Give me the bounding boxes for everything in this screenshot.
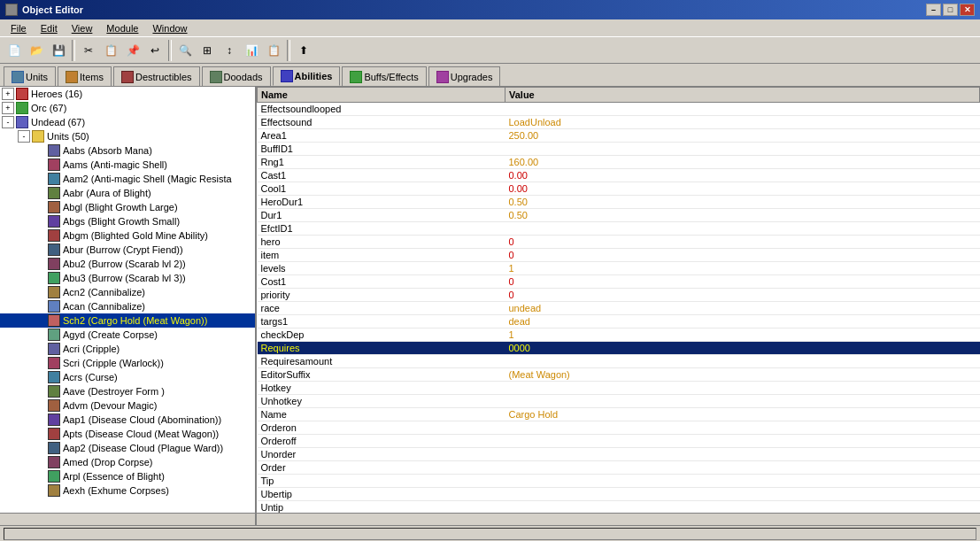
- maximize-button[interactable]: □: [943, 4, 958, 16]
- table-row[interactable]: Area1250.00: [258, 129, 980, 143]
- table-row[interactable]: BuffID1: [258, 143, 980, 156]
- tree-item[interactable]: Abgs (Blight Growth Small): [0, 214, 255, 228]
- menu-window[interactable]: Window: [145, 21, 194, 35]
- tree-item[interactable]: Arpl (Essence of Blight): [0, 469, 255, 483]
- toolbar-filter[interactable]: ⊞: [197, 40, 218, 61]
- tree-item[interactable]: +Heroes (16): [0, 87, 255, 101]
- table-row[interactable]: targs1dead: [258, 315, 980, 328]
- tree-expander[interactable]: -: [2, 116, 14, 128]
- toolbar-copy[interactable]: 📋: [100, 40, 121, 61]
- toolbar-paste[interactable]: 📌: [122, 40, 143, 61]
- table-row[interactable]: NameCargo Hold: [258, 408, 980, 421]
- table-row[interactable]: Requires0000: [258, 342, 980, 355]
- toolbar-export[interactable]: ⬆: [293, 40, 314, 61]
- tab-upgrades[interactable]: Upgrades: [428, 66, 501, 86]
- table-row[interactable]: Cast10.00: [258, 169, 980, 182]
- tab-destructibles[interactable]: Destructibles: [113, 66, 200, 86]
- table-row[interactable]: Order: [258, 461, 980, 475]
- tree-item[interactable]: Acn2 (Cannibalize): [0, 285, 255, 299]
- props-hscroll[interactable]: [257, 513, 980, 525]
- tab-units[interactable]: Units: [4, 66, 56, 86]
- tree-item[interactable]: Scri (Cripple (Warlock)): [0, 356, 255, 370]
- table-row[interactable]: checkDep1: [258, 328, 980, 342]
- tab-items[interactable]: Items: [58, 66, 112, 86]
- tab-doodads[interactable]: Doodads: [202, 66, 271, 86]
- tab-abilities[interactable]: Abilities: [273, 66, 341, 86]
- tree-expander[interactable]: +: [2, 102, 14, 114]
- tree-item[interactable]: Apts (Disease Cloud (Meat Wagon)): [0, 427, 255, 441]
- table-row[interactable]: Requiresamount: [258, 355, 980, 368]
- table-row[interactable]: Hotkey: [258, 382, 980, 395]
- tree-item[interactable]: Abgl (Blight Growth Large): [0, 200, 255, 214]
- toolbar-open[interactable]: 📂: [26, 40, 47, 61]
- table-row[interactable]: priority0: [258, 289, 980, 302]
- toolbar-new[interactable]: 📄: [4, 40, 25, 61]
- table-row[interactable]: EditorSuffix(Meat Wagon): [258, 368, 980, 382]
- table-row[interactable]: Orderon: [258, 421, 980, 435]
- tree-item[interactable]: +Orc (67): [0, 101, 255, 115]
- tree-item[interactable]: Abur (Burrow (Crypt Fiend)): [0, 243, 255, 257]
- prop-value: 1: [505, 262, 980, 275]
- table-row[interactable]: EfctID1: [258, 222, 980, 236]
- menu-edit[interactable]: Edit: [34, 21, 65, 35]
- table-row[interactable]: Orderoff: [258, 435, 980, 448]
- toolbar-cut[interactable]: ✂: [78, 40, 99, 61]
- tree-item[interactable]: Advm (Devour Magic): [0, 398, 255, 413]
- menu-view[interactable]: View: [65, 21, 100, 35]
- table-row[interactable]: EffectsoundLoadUnload: [258, 116, 980, 129]
- table-row[interactable]: levels1: [258, 262, 980, 275]
- tree-item[interactable]: Amed (Drop Corpse): [0, 455, 255, 469]
- prop-value: 0.50: [505, 209, 980, 222]
- tree-item[interactable]: Acrs (Curse): [0, 370, 255, 384]
- tree-item[interactable]: Aap1 (Disease Cloud (Abomination)): [0, 413, 255, 427]
- minimize-button[interactable]: –: [926, 4, 941, 16]
- tree-item[interactable]: Abgm (Blighted Gold Mine Ability): [0, 228, 255, 243]
- tree-item[interactable]: Agyd (Create Corpse): [0, 328, 255, 342]
- tree-item[interactable]: Aabr (Aura of Blight): [0, 186, 255, 200]
- table-row[interactable]: hero0: [258, 236, 980, 249]
- tree-item[interactable]: Abu3 (Burrow (Scarab lvl 3)): [0, 271, 255, 285]
- table-row[interactable]: Rng1160.00: [258, 156, 980, 169]
- tree-expander[interactable]: +: [2, 88, 14, 100]
- tree-item[interactable]: Aabs (Absorb Mana): [0, 143, 255, 158]
- table-row[interactable]: Cool10.00: [258, 182, 980, 196]
- tree-item-label: Acan (Cannibalize): [63, 301, 145, 312]
- tree-item[interactable]: Aams (Anti-magic Shell): [0, 158, 255, 172]
- tree-item-icon: [48, 328, 60, 341]
- tree-item[interactable]: Acri (Cripple): [0, 342, 255, 356]
- menu-module[interactable]: Module: [99, 21, 145, 35]
- table-row[interactable]: Tip: [258, 475, 980, 488]
- toolbar-view1[interactable]: 📊: [241, 40, 262, 61]
- tree-item[interactable]: Abu2 (Burrow (Scarab lvl 2)): [0, 257, 255, 271]
- table-row[interactable]: Effectsoundlooped: [258, 103, 980, 116]
- toolbar-sort[interactable]: ↕: [219, 40, 240, 61]
- table-row[interactable]: Unorder: [258, 448, 980, 461]
- properties-table[interactable]: Name Value EffectsoundloopedEffectsoundL…: [257, 87, 980, 513]
- tree-item[interactable]: Aave (Destroyer Form ): [0, 384, 255, 398]
- table-row[interactable]: Cost10: [258, 275, 980, 289]
- tab-buffs[interactable]: Buffs/Effects: [342, 66, 426, 86]
- table-row[interactable]: item0: [258, 249, 980, 262]
- tree-container[interactable]: +Heroes (16)+Orc (67)-Undead (67)-Units …: [0, 87, 255, 513]
- tree-expander[interactable]: -: [18, 130, 30, 143]
- table-row[interactable]: Dur10.50: [258, 209, 980, 222]
- tree-hscroll[interactable]: [0, 513, 255, 525]
- table-row[interactable]: HeroDur10.50: [258, 196, 980, 209]
- tree-item[interactable]: Aexh (Exhume Corpses): [0, 483, 255, 498]
- toolbar-undo[interactable]: ↩: [144, 40, 166, 61]
- table-row[interactable]: Ubertip: [258, 488, 980, 501]
- close-button[interactable]: ✕: [960, 4, 975, 16]
- menu-file[interactable]: File: [4, 21, 34, 35]
- tree-item[interactable]: Acan (Cannibalize): [0, 299, 255, 313]
- table-row[interactable]: Untip: [258, 501, 980, 514]
- tree-item[interactable]: Aam2 (Anti-magic Shell (Magic Resista: [0, 172, 255, 186]
- tree-item[interactable]: -Units (50): [0, 129, 255, 143]
- tree-item[interactable]: Sch2 (Cargo Hold (Meat Wagon)): [0, 313, 255, 328]
- tree-item[interactable]: Aap2 (Disease Cloud (Plague Ward)): [0, 441, 255, 455]
- toolbar-search[interactable]: 🔍: [174, 40, 196, 61]
- table-row[interactable]: Unhotkey: [258, 395, 980, 408]
- toolbar-save[interactable]: 💾: [48, 40, 69, 61]
- toolbar-view2[interactable]: 📋: [263, 40, 284, 61]
- table-row[interactable]: raceundead: [258, 302, 980, 315]
- tree-item[interactable]: -Undead (67): [0, 115, 255, 129]
